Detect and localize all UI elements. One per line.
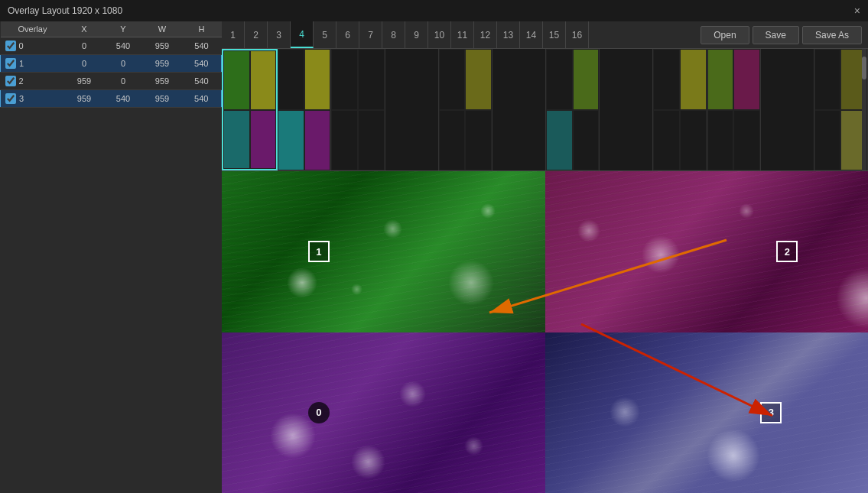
col-overlay: Overlay (1, 21, 65, 37)
col-w: W (143, 21, 182, 37)
thumb-cell (465, 49, 492, 110)
overlay-2-y: 0 (103, 73, 142, 90)
title-bar: Overlay Layout 1920 x 1080 × (0, 0, 868, 21)
thumb-cell (680, 49, 707, 110)
tab-10[interactable]: 10 (428, 21, 451, 48)
tab-2[interactable]: 2 (245, 21, 268, 48)
zone-2-label: 2 (776, 241, 798, 262)
overlay-0-w: 959 (143, 37, 182, 55)
col-y: Y (103, 21, 142, 37)
top-bar: 1 2 3 4 5 6 7 8 9 10 11 12 13 14 15 16 O… (222, 21, 868, 49)
thumbnails-container (222, 49, 868, 170)
thumb-cell (814, 110, 841, 171)
overlay-2-id: 2 (19, 76, 24, 86)
tab-16[interactable]: 16 (566, 21, 589, 48)
tab-8[interactable]: 8 (382, 21, 405, 48)
overlay-3-w: 959 (143, 90, 182, 108)
tab-15[interactable]: 15 (543, 21, 566, 48)
preview-canvas: 1 2 (222, 171, 868, 493)
thumb-cell (653, 49, 680, 110)
thumbnail-1[interactable] (222, 49, 278, 170)
overlay-3-h: 540 (182, 90, 222, 108)
thumb-cell (358, 110, 385, 171)
thumb-cell (680, 110, 707, 171)
thumb-cell (653, 110, 680, 171)
table-row-selected[interactable]: 1 0 0 959 540 (1, 55, 222, 73)
open-button[interactable]: Open (701, 26, 749, 44)
close-icon[interactable]: × (854, 5, 860, 17)
thumbnail-2[interactable] (278, 49, 331, 170)
thumb-cell (250, 50, 277, 110)
thumbnail-4[interactable] (385, 49, 439, 170)
zone-1-label: 1 (308, 241, 330, 262)
col-x: X (64, 21, 103, 37)
streak-overlay (222, 332, 545, 494)
thumb-cell (331, 49, 358, 110)
tab-14[interactable]: 14 (520, 21, 543, 48)
save-button[interactable]: Save (753, 26, 799, 44)
overlay-0-checkbox[interactable] (5, 41, 16, 51)
thumb-cell (733, 49, 760, 110)
save-as-button[interactable]: Save As (802, 26, 862, 44)
overlay-1-x: 0 (64, 55, 103, 73)
thumb-cell (250, 110, 277, 170)
thumbnail-11[interactable] (761, 49, 814, 170)
thumb-cell (573, 49, 600, 110)
overlay-1-checkbox[interactable] (5, 58, 16, 69)
thumbnail-scrollbar[interactable] (862, 49, 866, 170)
overlay-3-x: 959 (64, 90, 103, 108)
zone-3-label: 3 (760, 402, 782, 423)
thumb-cell (707, 110, 734, 171)
thumb-cell (331, 110, 358, 171)
thumbnail-12[interactable] (814, 49, 868, 170)
overlay-2-w: 959 (143, 73, 182, 90)
thumb-cell (546, 110, 573, 171)
overlay-0-x: 0 (64, 37, 103, 55)
overlay-3-checkbox[interactable] (5, 93, 16, 104)
main-container: Overlay X Y W H 0 0 54 (0, 21, 868, 493)
thumbnail-3[interactable] (331, 49, 385, 170)
thumbnail-6[interactable] (493, 49, 546, 170)
thumb-cell (304, 110, 331, 171)
thumbnail-8[interactable] (600, 49, 653, 170)
preview-zone-2: 2 (545, 171, 869, 332)
tab-1[interactable]: 1 (222, 21, 245, 48)
thumb-cell (278, 110, 304, 171)
streak-overlay (545, 171, 869, 332)
thumb-cell (814, 49, 841, 110)
overlay-2-x: 959 (64, 73, 103, 90)
left-panel: Overlay X Y W H 0 0 54 (0, 21, 222, 493)
table-row-selected[interactable]: 3 959 540 959 540 (1, 90, 222, 108)
preview-area: 1 2 (222, 171, 868, 493)
zone-0-label: 0 (308, 402, 330, 423)
window-title: Overlay Layout 1920 x 1080 (8, 5, 122, 16)
overlay-0-id: 0 (19, 41, 24, 50)
top-buttons: Open Save Save As (694, 26, 868, 44)
thumb-cell (465, 110, 492, 171)
tab-11[interactable]: 11 (451, 21, 474, 48)
table-row[interactable]: 2 959 0 959 540 (1, 73, 222, 90)
tab-6[interactable]: 6 (336, 21, 359, 48)
tab-7[interactable]: 7 (359, 21, 382, 48)
thumb-cell (546, 49, 573, 110)
table-row[interactable]: 0 0 540 959 540 (1, 37, 222, 55)
thumbnail-5[interactable] (439, 49, 493, 170)
tab-12[interactable]: 12 (474, 21, 497, 48)
thumbnail-9[interactable] (653, 49, 707, 170)
thumb-cell (439, 110, 466, 171)
thumbnail-7[interactable] (546, 49, 600, 170)
col-h: H (182, 21, 222, 37)
overlay-0-h: 540 (182, 37, 222, 55)
right-panel: 1 2 3 4 5 6 7 8 9 10 11 12 13 14 15 16 O… (222, 21, 868, 493)
beam-overlay (545, 332, 869, 494)
tab-13[interactable]: 13 (497, 21, 520, 48)
tab-9[interactable]: 9 (405, 21, 428, 48)
tab-5[interactable]: 5 (314, 21, 336, 48)
thumbnail-10[interactable] (707, 49, 761, 170)
tab-3[interactable]: 3 (268, 21, 291, 48)
overlay-2-checkbox[interactable] (5, 76, 16, 86)
tab-4[interactable]: 4 (291, 21, 314, 48)
preview-zone-1: 1 (222, 171, 545, 332)
overlay-3-y: 540 (103, 90, 142, 108)
overlay-2-h: 540 (182, 73, 222, 90)
